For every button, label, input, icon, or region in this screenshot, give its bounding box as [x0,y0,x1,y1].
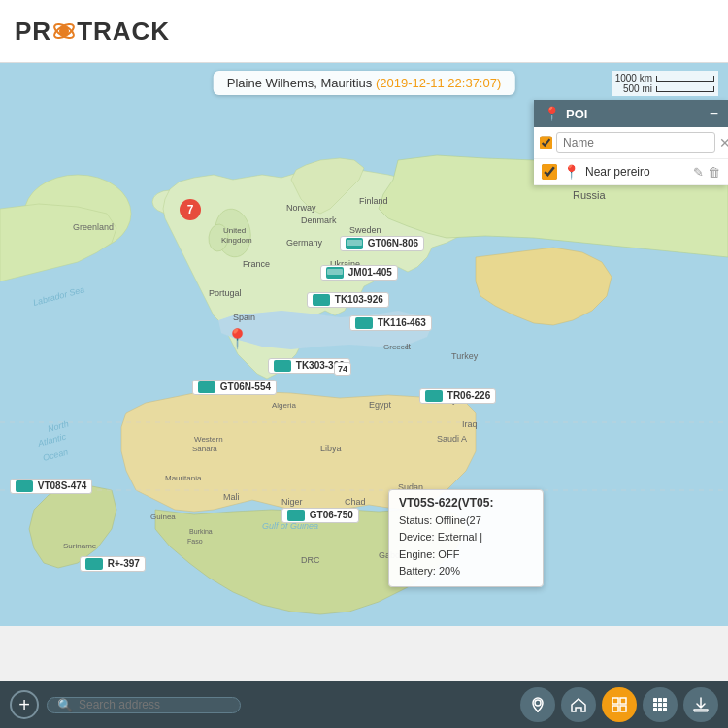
vehicle-popup: VT05S-622(VT05: Status: Offline(27 Devic… [388,489,544,587]
svg-text:Sweden: Sweden [349,225,381,235]
search-icon: 🔍 [57,698,73,712]
scale-km-label: 1000 km [615,73,652,83]
svg-text:Libya: Libya [320,444,342,453]
poi-item-name: Near pereiro [585,165,687,179]
svg-point-64 [535,700,541,706]
poi-search-clear-icon[interactable]: ✕ [719,135,728,150]
svg-rect-53 [347,240,362,246]
poi-search-row: ✕ + [534,127,728,159]
apps-button[interactable] [643,687,678,722]
vehicle-label[interactable]: GT06-750 [281,508,359,523]
location-bar: Plaine Wilhems, Mauritius (2019-12-11 22… [214,71,515,95]
download-button[interactable] [683,687,718,722]
vehicle-label-small[interactable]: 74 [334,362,351,376]
svg-rect-76 [653,708,657,711]
poi-header: 📍 POI − [534,100,728,127]
svg-rect-73 [653,703,657,707]
poi-title: POI [566,107,587,121]
svg-text:Guinea: Guinea [150,513,176,521]
popup-status: Status: Offline(27 [399,513,533,530]
svg-text:Turkey: Turkey [451,351,479,361]
svg-text:Mauritania: Mauritania [165,474,202,482]
poi-item-checkbox[interactable] [542,164,557,180]
svg-text:Faso: Faso [187,538,203,545]
logo-text-track: TRACK [77,17,170,47]
svg-rect-69 [620,706,626,711]
svg-text:Sahara: Sahara [192,445,217,453]
svg-text:Burkina: Burkina [189,528,213,535]
svg-text:Greenland: Greenland [73,222,114,232]
vehicle-label[interactable]: TK103-926 [307,292,389,308]
scale-mi-line [656,86,714,92]
add-button[interactable]: + [10,690,39,719]
svg-text:United: United [223,226,246,235]
popup-engine: Engine: OFF [399,546,533,564]
svg-text:Norway: Norway [286,203,316,213]
svg-rect-63 [85,558,103,570]
svg-rect-74 [658,703,662,707]
vehicle-label[interactable]: R+-397 [80,556,146,572]
scale-km-line [656,76,714,82]
svg-text:It: It [406,342,412,351]
svg-text:Chad: Chad [345,497,366,507]
svg-rect-75 [663,703,667,707]
svg-rect-72 [663,698,667,702]
popup-device: Device: External | [399,529,533,546]
poi-delete-button[interactable]: 🗑 [708,165,720,180]
svg-text:Saudi A: Saudi A [437,434,467,444]
popup-title: VT05S-622(VT05: [399,496,533,510]
svg-text:Algeria: Algeria [272,401,296,410]
poi-edit-button[interactable]: ✎ [693,165,704,180]
svg-rect-66 [612,698,618,704]
svg-text:Niger: Niger [281,497,303,507]
poi-location-icon: 📍 [544,106,560,121]
map-container[interactable]: Labrador Sea North Atlantic Ocean Gulf o… [0,63,728,626]
svg-rect-71 [658,698,662,702]
scale-mi-label: 500 mi [623,83,652,94]
location-text: Plaine Wilhems, Mauritius [227,76,373,90]
svg-text:Kingdom: Kingdom [221,236,252,245]
svg-rect-68 [612,706,618,711]
logo-orbit-icon [52,19,76,43]
svg-text:Spain: Spain [233,313,255,322]
location-pin-button[interactable] [520,687,555,722]
svg-rect-59 [198,381,215,393]
poi-all-checkbox[interactable] [540,135,552,150]
vehicle-label[interactable]: GT06N-806 [340,236,424,251]
poi-title-group: 📍 POI [544,106,587,121]
svg-text:France: France [243,259,270,269]
location-datetime: (2019-12-11 22:37:07) [376,76,501,90]
svg-point-65 [537,711,539,712]
cluster-badge[interactable]: 7 [180,199,201,220]
svg-text:Western: Western [194,435,223,444]
poi-minimize-button[interactable]: − [710,106,718,121]
svg-text:DRC: DRC [301,555,320,565]
home-button[interactable] [561,687,596,722]
vehicle-label[interactable]: TK116-463 [349,315,432,331]
poi-item: 📍 Near pereiro ✎ 🗑 [534,159,728,185]
vehicle-label[interactable]: TR06-226 [419,388,496,404]
vehicle-label[interactable]: VT08S-474 [10,479,92,494]
svg-text:Finland: Finland [359,196,388,206]
logo-text-pr: PR [15,17,51,47]
svg-text:Russia: Russia [573,189,607,201]
svg-text:Iraq: Iraq [462,419,478,429]
svg-rect-58 [274,360,291,372]
svg-rect-70 [653,698,657,702]
vehicle-label[interactable]: GT06N-554 [192,380,277,395]
vehicle-label[interactable]: JM01-405 [320,265,398,281]
svg-rect-61 [287,510,305,521]
logo: PR TRACK [15,17,170,47]
search-address-input[interactable] [79,698,230,711]
poi-item-icon: 📍 [563,164,579,180]
map-marker-red [225,327,249,350]
poi-panel: 📍 POI − ✕ + 📍 Near pereiro ✎ 🗑 [534,100,728,185]
svg-rect-57 [355,317,373,329]
bottom-bar: + 🔍 [0,681,728,728]
grid-button[interactable] [602,687,637,722]
svg-rect-56 [313,294,330,306]
poi-search-input[interactable] [556,132,715,153]
search-bar: 🔍 [47,697,241,713]
svg-text:Mali: Mali [223,492,240,502]
svg-rect-67 [620,698,626,704]
